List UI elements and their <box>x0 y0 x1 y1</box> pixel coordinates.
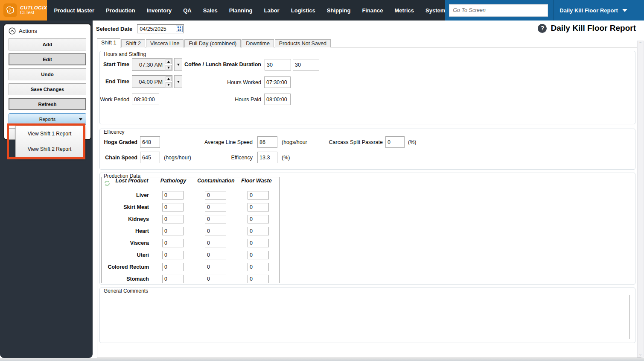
calendar-icon[interactable]: 15 <box>176 26 183 32</box>
scroll-up-icon[interactable]: ⌃ <box>638 41 642 47</box>
spin-up-button[interactable] <box>166 59 172 64</box>
colored-rectum-contamination-input[interactable] <box>205 263 226 271</box>
edit-button[interactable]: Edit <box>9 53 86 65</box>
colored-rectum-floor-waste-input[interactable] <box>248 263 269 271</box>
avg-line-speed-label: Average Line Speed <box>204 139 253 145</box>
menu-metrics[interactable]: Metrics <box>395 7 414 14</box>
menu-qa[interactable]: QA <box>183 7 192 14</box>
heart-contamination-input[interactable] <box>205 227 226 235</box>
hogs-graded-input[interactable] <box>140 136 160 148</box>
menu-finance[interactable]: Finance <box>362 7 383 14</box>
hours-paid-input[interactable] <box>264 94 291 105</box>
stomach-floor-waste-input[interactable] <box>248 275 269 283</box>
chain-speed-label: Chain Speed <box>105 155 137 161</box>
triangle-down-icon <box>167 67 170 69</box>
tab-products-not-saved[interactable]: Products Not Saved <box>275 39 331 47</box>
end-time-dropdown-button[interactable] <box>174 75 182 88</box>
skirt-meat-floor-waste-input[interactable] <box>248 203 269 211</box>
uteri-contamination-input[interactable] <box>205 251 226 259</box>
page-title: ? Daily Kill Floor Report <box>538 23 636 33</box>
help-icon[interactable]: ? <box>538 24 547 33</box>
carcass-split-input[interactable] <box>385 136 405 148</box>
liver-pathology-input[interactable] <box>162 191 184 200</box>
hours-worked-label: Hours Worked <box>227 79 261 85</box>
spin-down-button[interactable] <box>166 82 172 87</box>
kidneys-pathology-input[interactable] <box>162 215 184 223</box>
liver-floor-waste-input[interactable] <box>248 191 269 200</box>
menu-planning[interactable]: Planning <box>229 7 253 14</box>
hours-legend: Hours and Staffing <box>102 51 148 57</box>
hours-worked-input[interactable] <box>264 76 291 88</box>
vertical-scrollbar[interactable]: ⌃ ⌄ <box>637 41 644 358</box>
menu-labor[interactable]: Labor <box>264 7 280 14</box>
viscera-contamination-input[interactable] <box>205 239 226 247</box>
tab-downtime[interactable]: Downtime <box>242 39 274 47</box>
actions-panel: Actions Add Edit Undo Save Changes Refre… <box>3 23 91 140</box>
kidneys-contamination-input[interactable] <box>205 215 226 223</box>
row-label-heart: Heart <box>102 228 152 234</box>
spin-up-button[interactable] <box>166 76 172 81</box>
liver-contamination-input[interactable] <box>205 191 226 200</box>
skirt-meat-contamination-input[interactable] <box>205 203 226 211</box>
spin-down-button[interactable] <box>166 65 172 70</box>
work-period-input[interactable] <box>132 94 159 105</box>
triangle-up-icon <box>167 78 170 80</box>
end-time-value[interactable]: 04:00 PM <box>132 75 165 88</box>
stomach-contamination-input[interactable] <box>205 275 226 283</box>
collapse-chevron-icon[interactable] <box>9 27 16 35</box>
row-label-stomach: Stomach <box>102 276 152 282</box>
viscera-pathology-input[interactable] <box>162 239 184 247</box>
uteri-pathology-input[interactable] <box>162 251 184 259</box>
row-label-uteri: Uteri <box>102 252 152 258</box>
skirt-meat-pathology-input[interactable] <box>162 203 184 211</box>
menu-product-master[interactable]: Product Master <box>54 7 94 14</box>
refresh-button[interactable]: Refresh <box>9 98 86 110</box>
calendar-day: 15 <box>176 28 182 32</box>
avg-line-speed-unit: (hogs/hour <box>282 139 307 145</box>
menu-item-view-shift-2-report[interactable]: View Shift 2 Report <box>16 141 83 157</box>
menu-inventory[interactable]: Inventory <box>147 7 172 14</box>
reports-dropdown-button[interactable]: Reports <box>9 113 86 125</box>
tab-shift-2[interactable]: Shift 2 <box>121 39 145 47</box>
selected-date-input[interactable]: 04/25/2025 15 <box>137 24 184 33</box>
tab-shift-1[interactable]: Shift 1 <box>97 38 120 47</box>
lost-product-grid: Lost Product Pathology Contamination Flo… <box>102 177 279 283</box>
scroll-down-icon[interactable]: ⌄ <box>638 351 642 357</box>
main-content: Selected Date 04/25/2025 15 ? Daily Kill… <box>93 21 644 358</box>
tab-viscera-line[interactable]: Viscera Line <box>146 39 184 47</box>
tab-full-day-combined[interactable]: Full Day (combined) <box>184 39 241 47</box>
menu-system[interactable]: System <box>425 7 445 14</box>
menu-shipping[interactable]: Shipping <box>327 7 351 14</box>
chevron-down-icon <box>177 64 180 66</box>
screen-selector-dropdown[interactable]: Daily Kill Floor Report <box>554 0 637 21</box>
menu-sales[interactable]: Sales <box>203 7 218 14</box>
kidneys-floor-waste-input[interactable] <box>248 215 269 223</box>
heart-pathology-input[interactable] <box>162 227 184 235</box>
menu-item-view-shift-1-report[interactable]: View Shift 1 Report <box>16 126 83 141</box>
col-header-lost-product: Lost Product <box>102 178 152 189</box>
coffee-break-input-1[interactable] <box>265 59 291 70</box>
coffee-break-input-2[interactable] <box>293 59 319 70</box>
chevron-down-icon <box>79 118 82 120</box>
start-time-value[interactable]: 07:30 AM <box>132 58 165 71</box>
add-button[interactable]: Add <box>9 38 86 50</box>
menu-logistics[interactable]: Logistics <box>291 7 315 14</box>
colored-rectum-pathology-input[interactable] <box>162 263 184 271</box>
start-time-dropdown-button[interactable] <box>174 58 182 71</box>
save-changes-button[interactable]: Save Changes <box>9 83 86 95</box>
undo-button[interactable]: Undo <box>9 68 86 80</box>
avg-line-speed-input[interactable] <box>257 136 277 148</box>
goto-screen-input[interactable] <box>449 4 548 17</box>
efficiency-group: Efficency Hogs Graded Average Line Speed… <box>99 129 635 170</box>
stomach-pathology-input[interactable] <box>162 275 184 283</box>
viscera-floor-waste-input[interactable] <box>248 239 269 247</box>
carcass-split-label: Carcass Split Passrate <box>329 139 383 145</box>
page-title-text: Daily Kill Floor Report <box>551 23 636 33</box>
chain-speed-input[interactable] <box>140 152 160 163</box>
menu-production[interactable]: Production <box>106 7 135 14</box>
general-comments-textarea[interactable] <box>106 295 630 339</box>
app-logo[interactable]: CUTLOGIX CLTest <box>0 0 47 21</box>
heart-floor-waste-input[interactable] <box>248 227 269 235</box>
efficency-input[interactable] <box>257 152 277 163</box>
uteri-floor-waste-input[interactable] <box>248 251 269 259</box>
